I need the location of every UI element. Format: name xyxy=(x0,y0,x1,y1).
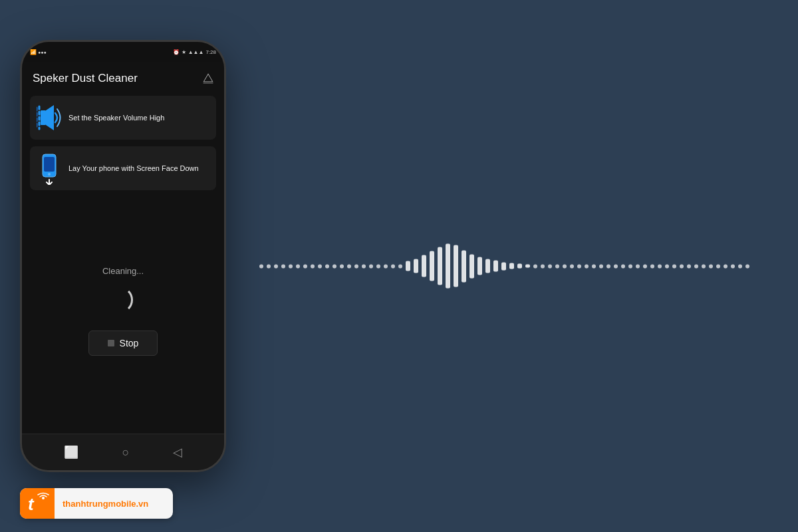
cleaning-area: Cleaning... Stop xyxy=(22,194,224,434)
wave-dot xyxy=(311,264,315,268)
wave-dot xyxy=(614,264,618,268)
wave-dot xyxy=(621,264,625,268)
wave-bar xyxy=(509,263,514,269)
wave-dot xyxy=(599,264,603,268)
wave-dot xyxy=(548,264,552,268)
nav-recents-icon[interactable]: ⬜ xyxy=(64,445,78,460)
svg-point-6 xyxy=(48,173,51,176)
wave-bar xyxy=(525,265,530,268)
cleaning-text: Cleaning... xyxy=(102,266,144,276)
phone-facedown-icon xyxy=(37,152,62,185)
time-display: 7:28 xyxy=(205,49,216,55)
wave-dot xyxy=(672,264,676,268)
spinner-arc xyxy=(106,287,133,313)
wave-dot xyxy=(650,264,654,268)
wave-dot xyxy=(709,264,713,268)
wave-bar xyxy=(469,254,474,278)
speaker-wave-icon xyxy=(37,101,62,134)
spinner xyxy=(106,287,140,320)
wave-dot xyxy=(738,264,742,268)
wave-dot xyxy=(376,264,380,268)
star-icon: ★ xyxy=(182,49,186,55)
svg-point-8 xyxy=(42,497,45,499)
wave-dot xyxy=(745,264,749,268)
brand-logo-svg: t xyxy=(25,491,49,515)
wave-dot xyxy=(391,264,395,268)
phone-mockup: 📶 ●●● ⏰ ★ ▲▲▲ 7:28 Speker Dust Cleaner ⧋ xyxy=(20,40,226,472)
svg-marker-1 xyxy=(46,105,54,130)
wave-dot xyxy=(636,264,640,268)
wave-dot xyxy=(570,264,574,268)
brand-domain: thanhtrungmobile.vn xyxy=(55,499,156,509)
instruction-facedown: Lay Your phone with Screen Face Down xyxy=(30,146,216,190)
wave-dot xyxy=(658,264,662,268)
brand-logo-area: t xyxy=(20,488,55,519)
svg-text:t: t xyxy=(28,494,35,514)
waveform-visualizer xyxy=(259,243,765,288)
wave-dot xyxy=(533,264,537,268)
wifi-icon: ▲▲▲ xyxy=(188,49,204,55)
wave-bar xyxy=(462,250,466,282)
wave-bar xyxy=(422,255,426,277)
svg-rect-5 xyxy=(44,157,55,172)
wave-bar xyxy=(493,261,498,272)
wave-bar xyxy=(406,261,410,271)
wave-dot xyxy=(303,264,307,268)
wave-dot xyxy=(340,264,344,268)
instructions-list: Set the Speaker Volume High Lay Your pho… xyxy=(22,92,224,194)
status-right: ⏰ ★ ▲▲▲ 7:28 xyxy=(173,49,216,55)
wave-dot xyxy=(724,264,728,268)
wave-dot xyxy=(643,264,647,268)
status-bar: 📶 ●●● ⏰ ★ ▲▲▲ 7:28 xyxy=(22,42,224,62)
wave-dot xyxy=(281,264,285,268)
wave-dot xyxy=(694,264,698,268)
nav-back-icon[interactable]: ◁ xyxy=(173,445,182,460)
wave-bar xyxy=(430,251,434,281)
wave-dot xyxy=(606,264,610,268)
wave-dot xyxy=(362,264,366,268)
wave-dot xyxy=(680,264,684,268)
wave-dot xyxy=(585,264,589,268)
wave-bar xyxy=(517,263,522,268)
alarm-icon: ⏰ xyxy=(173,49,180,55)
wave-dot xyxy=(577,264,581,268)
wave-dot xyxy=(354,264,358,268)
wave-dot xyxy=(318,264,322,268)
wave-dot xyxy=(702,264,706,268)
app-header: Speker Dust Cleaner ⧋ xyxy=(22,62,224,92)
nav-home-icon[interactable]: ○ xyxy=(122,446,130,460)
instruction-volume: Set the Speaker Volume High xyxy=(30,96,216,140)
wave-dot xyxy=(369,264,373,268)
wave-dot xyxy=(731,264,735,268)
status-left: 📶 ●●● xyxy=(30,49,47,55)
wave-bar xyxy=(477,257,482,275)
wave-dot xyxy=(555,264,559,268)
wave-dot xyxy=(541,264,545,268)
wave-dot xyxy=(384,264,388,268)
wave-dot xyxy=(267,264,271,268)
share-icon[interactable]: ⧋ xyxy=(203,71,213,85)
signal-icon: 📶 xyxy=(30,49,37,55)
instruction-volume-text: Set the Speaker Volume High xyxy=(68,113,164,122)
svg-rect-0 xyxy=(41,110,46,125)
stop-button[interactable]: Stop xyxy=(88,331,158,356)
wave-dot xyxy=(296,264,300,268)
wave-bar xyxy=(414,259,418,273)
brand-badge: t thanhtrungmobile.vn xyxy=(20,488,173,519)
wave-dot xyxy=(347,264,351,268)
phone-nav-bar: ⬜ ○ ◁ xyxy=(22,434,224,470)
stop-label: Stop xyxy=(120,338,139,348)
wave-dot xyxy=(716,264,720,268)
wave-dot xyxy=(289,264,293,268)
wave-dot xyxy=(665,264,669,268)
signal-text: ●●● xyxy=(38,50,47,55)
wave-dot xyxy=(398,264,402,268)
phone-frame: 📶 ●●● ⏰ ★ ▲▲▲ 7:28 Speker Dust Cleaner ⧋ xyxy=(20,40,226,472)
wave-dot xyxy=(325,264,329,268)
wave-dot xyxy=(259,264,263,268)
instruction-facedown-text: Lay Your phone with Screen Face Down xyxy=(68,164,199,173)
wave-bar xyxy=(485,259,490,273)
wave-dot xyxy=(332,264,336,268)
wave-dot xyxy=(687,264,691,268)
wave-bar xyxy=(501,262,506,270)
